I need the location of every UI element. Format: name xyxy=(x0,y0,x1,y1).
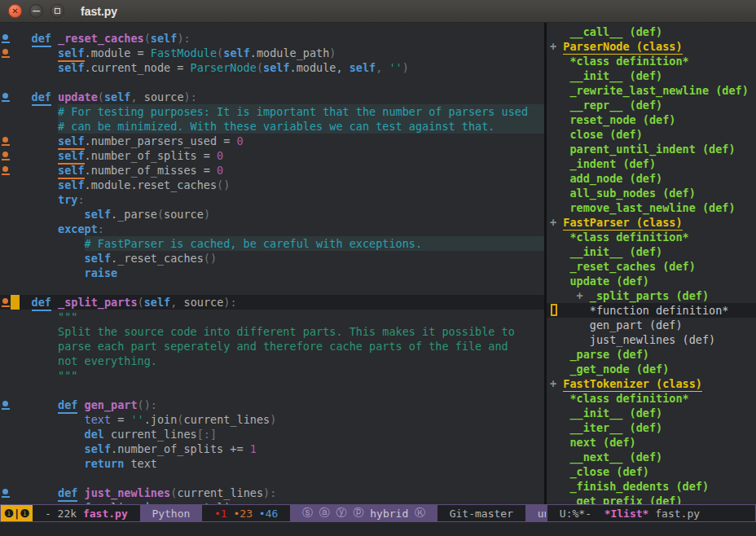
imenu-window-modeline: U:%*- *Ilist* fast.py xyxy=(547,504,756,522)
code-token: current_lines xyxy=(104,427,197,442)
code-line-2[interactable]: self.module = FastModule(self.module_pat… xyxy=(0,46,544,60)
code-token: ( xyxy=(257,60,263,75)
imenu-item-label: update (def) xyxy=(569,274,649,288)
code-line-17[interactable]: raise xyxy=(0,266,544,280)
imenu-item-33[interactable]: _get_prefix (def) xyxy=(547,494,756,504)
expand-icon[interactable]: + xyxy=(550,215,563,230)
imenu-item-7[interactable]: reset_node (def) xyxy=(547,112,756,127)
code-line-31[interactable] xyxy=(0,471,544,485)
code-buffer[interactable]: def _reset_caches(self): self.module = F… xyxy=(0,23,544,504)
code-line-6[interactable]: # For testing purposes: It is important … xyxy=(0,104,544,119)
code-line-13[interactable]: self._parse(source) xyxy=(0,207,544,222)
imenu-item-17[interactable]: _reset_caches (def) xyxy=(547,259,756,274)
code-line-22[interactable]: parse each part seperately and therefore… xyxy=(0,339,544,354)
buffer-info-segment[interactable]: - 22k fast.py xyxy=(33,505,139,521)
imenu-item-6[interactable]: __repr__ (def) xyxy=(547,98,756,112)
code-line-19[interactable]: def _split_parts(self, source): xyxy=(0,295,544,310)
code-line-24[interactable]: """ xyxy=(0,368,544,383)
imenu-item-11[interactable]: add_node (def) xyxy=(547,171,756,186)
bookmark-outline-icon xyxy=(551,304,557,316)
code-line-18[interactable] xyxy=(0,280,544,295)
code-token: def xyxy=(32,90,51,104)
code-line-28[interactable]: del current_lines[:] xyxy=(0,427,544,442)
imenu-item-1[interactable]: __call__ (def) xyxy=(547,24,756,39)
imenu-item-32[interactable]: _finish_dedents (def) xyxy=(547,479,756,494)
expand-icon[interactable]: + xyxy=(550,39,563,54)
imenu-item-9[interactable]: parent_until_indent (def) xyxy=(547,142,756,156)
imenu-item-19[interactable]: + _split_parts (def) xyxy=(547,288,756,303)
modeline-text: fast.py xyxy=(648,507,700,520)
expand-icon[interactable]: + xyxy=(550,376,563,391)
code-line-11[interactable]: self.module.reset_caches() xyxy=(0,178,544,192)
modeline-text: hybrid xyxy=(370,507,408,520)
code-line-3[interactable]: self.current_node = ParserNode(self.modu… xyxy=(0,60,544,75)
imenu-item-14[interactable]: + FastParser (class) xyxy=(547,215,756,230)
code-token xyxy=(77,398,84,412)
code-line-27[interactable]: text = ''.join(current_lines) xyxy=(0,412,544,427)
imenu-item-30[interactable]: __next__ (def) xyxy=(547,450,756,464)
imenu-item-13[interactable]: remove_last_newline (def) xyxy=(547,200,756,215)
code-line-23[interactable]: not everything. xyxy=(0,354,544,368)
imenu-item-20[interactable]: *function definition* xyxy=(547,303,756,318)
code-line-32[interactable]: def just_newlines(current_lines): xyxy=(0,485,544,500)
imenu-item-22[interactable]: just_newlines (def) xyxy=(547,332,756,347)
code-line-5[interactable]: def update(self, source): xyxy=(0,90,544,104)
expand-icon[interactable]: + xyxy=(577,288,590,303)
code-line-30[interactable]: return text xyxy=(0,456,544,471)
imenu-item-4[interactable]: __init__ (def) xyxy=(547,68,756,83)
code-line-15[interactable]: # FastParser is cached, be careful with … xyxy=(0,236,544,251)
code-line-10[interactable]: self.number_of_misses = 0 xyxy=(0,163,544,178)
code-line-7[interactable]: # can be minimized. With these variables… xyxy=(0,119,544,134)
git-branch-segment[interactable]: Git-master xyxy=(437,505,525,521)
imenu-item-28[interactable]: __iter__ (def) xyxy=(547,420,756,435)
code-line-12[interactable]: try: xyxy=(0,192,544,207)
close-button[interactable]: ✕ xyxy=(8,4,22,18)
code-line-9[interactable]: self.number_of_splits = 0 xyxy=(0,148,544,163)
flycheck-counts-segment[interactable]: •1 •23 •46 xyxy=(202,505,290,521)
code-token: self xyxy=(58,178,85,192)
code-line-25[interactable] xyxy=(0,383,544,398)
imenu-indent xyxy=(550,479,569,494)
imenu-item-24[interactable]: _get_node (def) xyxy=(547,362,756,376)
echo-area xyxy=(0,522,756,536)
code-line-20[interactable]: """ xyxy=(0,310,544,324)
imenu-item-29[interactable]: next (def) xyxy=(547,435,756,450)
imenu-item-5[interactable]: _rewrite_last_newline (def) xyxy=(547,83,756,98)
titlebar: ✕ — fast.py xyxy=(0,0,756,23)
imenu-item-16[interactable]: __init__ (def) xyxy=(547,244,756,259)
imenu-item-26[interactable]: *class definition* xyxy=(547,391,756,406)
maximize-button[interactable] xyxy=(51,4,64,18)
imenu-item-18[interactable]: update (def) xyxy=(547,274,756,288)
code-token: text xyxy=(124,456,157,471)
imenu-item-27[interactable]: __init__ (def) xyxy=(547,406,756,420)
imenu-item-23[interactable]: _parse (def) xyxy=(547,347,756,362)
code-token: self xyxy=(58,163,85,178)
imenu-item-15[interactable]: *class definition* xyxy=(547,230,756,244)
imenu-item-21[interactable]: gen_part (def) xyxy=(547,318,756,332)
imenu-item-12[interactable]: all_sub_nodes (def) xyxy=(547,186,756,200)
ilist-status-segment[interactable]: U:%*- *Ilist* fast.py xyxy=(547,505,705,521)
imenu-item-25[interactable]: + FastTokenizer (class) xyxy=(547,376,756,391)
imenu-item-8[interactable]: close (def) xyxy=(547,127,756,142)
imenu-item-3[interactable]: *class definition* xyxy=(547,54,756,68)
flycheck-warning-icon xyxy=(2,137,8,143)
imenu-item-2[interactable]: + ParserNode (class) xyxy=(547,39,756,54)
code-line-14[interactable]: except: xyxy=(0,222,544,236)
code-token xyxy=(5,485,58,500)
major-mode-segment[interactable]: Python xyxy=(140,505,203,521)
code-line-16[interactable]: self._reset_caches() xyxy=(0,251,544,266)
code-line-21[interactable]: Split the source code into different par… xyxy=(0,324,544,339)
imenu-item-31[interactable]: _close (def) xyxy=(547,464,756,479)
code-line-8[interactable]: self.number_parsers_used = 0 xyxy=(0,134,544,148)
minor-modes-segment[interactable]: ⓢ ⓐ ⓨ ⓟ hybrid Ⓚ xyxy=(290,505,437,521)
code-token: self xyxy=(58,60,85,75)
code-line-29[interactable]: self.number_of_splits += 1 xyxy=(0,442,544,456)
imenu-item-10[interactable]: _indent (def) xyxy=(547,156,756,171)
encoding-position-segment[interactable]: unix | 2 xyxy=(525,505,547,521)
minimize-button[interactable]: — xyxy=(29,4,43,18)
code-line-1[interactable]: def _reset_caches(self): xyxy=(0,31,544,46)
code-line-26[interactable]: def gen_part(): xyxy=(0,398,544,412)
code-line-4[interactable] xyxy=(0,75,544,90)
code-token: self xyxy=(85,442,112,456)
modeline-text: Python xyxy=(146,507,197,520)
